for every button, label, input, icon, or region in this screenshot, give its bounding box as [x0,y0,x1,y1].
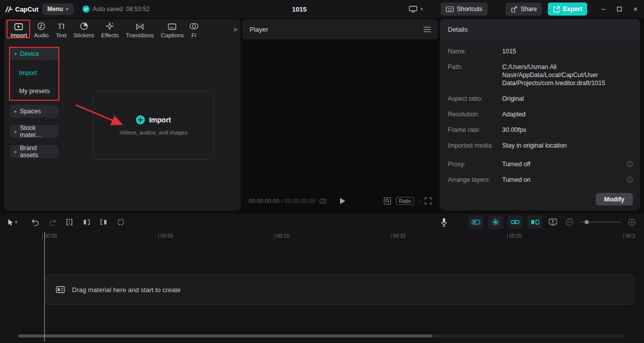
chevron-down-icon: ▾ [66,7,68,12]
import-icon [14,22,23,31]
sidebar-brand-label: Brand assets [20,145,54,159]
tab-captions-label: Captions [161,32,184,38]
ratio-button[interactable]: Ratio [396,197,415,205]
player-menu-icon[interactable] [424,27,431,32]
zoom-slider-handle[interactable] [585,220,589,224]
import-dropzone[interactable]: Import Videos, audios, and images [93,91,214,160]
info-icon[interactable] [626,161,633,167]
ruler-mark: 00:00 [44,233,57,239]
sidebar-item-import[interactable]: Import [19,67,64,79]
detail-row-name: Name: 1015 [448,47,632,55]
display-mode-button[interactable]: ▾ [409,0,423,18]
detail-label: Resolution: [448,110,502,118]
tab-import[interactable]: Import [7,22,31,38]
detail-label: Path: [448,63,502,87]
tab-filters[interactable]: Fi [187,22,200,38]
sidebar-item-device[interactable]: ▾ Device [10,47,58,60]
captions-icon [168,22,177,31]
tab-import-label: Import [11,32,27,38]
tab-filters-label: Fi [191,32,196,38]
timeline-toolbar: ▾ [0,214,644,231]
zoom-in-icon[interactable] [626,216,638,229]
autosave-status: Auto saved: 08:53:52 [83,0,149,18]
timeline-zoom-slider[interactable] [580,216,621,229]
ruler-mark: 00:05 [160,233,173,239]
tab-audio[interactable]: Audio [31,22,52,38]
minimize-button[interactable]: − [596,0,611,18]
detail-row-imported-media: Imported media: Stay in original locatio… [448,142,632,150]
sidebar-item-my-presets[interactable]: My presets [19,86,64,97]
audio-icon [37,22,46,31]
share-button[interactable]: Share [506,3,542,16]
export-button[interactable]: Export [548,3,587,16]
modify-button[interactable]: Modify [596,193,633,205]
media-placeholder-icon [56,286,65,294]
playhead[interactable] [44,232,45,341]
media-tabs: Import Audio TI Text Stickers [4,19,240,41]
shortcuts-button[interactable]: Shortcuts [441,3,488,16]
fullscreen-icon[interactable] [425,197,432,204]
redo-icon[interactable] [46,216,58,229]
tab-effects-label: Effects [101,32,119,38]
tab-effects[interactable]: Effects [98,22,122,38]
detail-value: Stay in original location [502,142,632,150]
detail-value: Turned off [502,160,632,168]
zoom-out-icon[interactable] [564,216,576,229]
tab-transitions-label: Transitions [126,32,154,38]
select-tool-button[interactable]: ▾ [6,216,18,229]
delete-icon[interactable] [115,216,127,229]
sidebar-device-label: Device [20,50,39,57]
detail-label: Arrange layers: [448,176,502,184]
timeline-drop-track[interactable]: Drag material here and start to create [44,275,634,305]
detail-value: 30.00fps [502,126,632,134]
export-icon [553,6,560,13]
tab-stickers[interactable]: Stickers [70,22,98,38]
sidebar-item-stock-materials[interactable]: ▸ Stock mater... [10,125,58,138]
split-icon[interactable] [63,216,75,229]
menu-button[interactable]: Menu ▾ [42,4,73,15]
timecode: 00:00:00:00 / 00:00:00:00 [249,198,315,204]
capcut-logo-icon [5,6,13,13]
media-sidebar: ▾ Device Import My presets ▸ Spaces ▸ St… [10,47,64,158]
tab-audio-label: Audio [34,32,49,38]
timeline-scrollbar-thumb[interactable] [18,334,433,337]
sidebar-item-brand-assets[interactable]: ▸ Brand assets [10,145,58,158]
titlebar: CapCut Menu ▾ Auto saved: 08:53:52 1015 … [0,0,644,18]
detail-row-frame-rate: Frame rate: 30.00fps [448,126,632,134]
fit-screen-icon[interactable] [383,197,391,205]
linkage-toggle[interactable] [508,216,523,229]
tab-transitions[interactable]: Transitions [122,22,157,38]
cover-button[interactable] [547,216,559,229]
chevron-down-icon: ▾ [15,52,17,56]
tab-captions[interactable]: Captions [157,22,187,38]
detail-value: Adapted [502,110,632,118]
delete-right-icon[interactable] [98,216,110,229]
keyboard-icon [446,6,454,13]
auto-snap-toggle[interactable] [488,216,503,229]
maximize-button[interactable] [612,0,627,18]
play-button[interactable] [340,197,346,204]
auto-ripple-toggle[interactable] [527,216,542,229]
chevron-right-icon: ▸ [15,109,17,114]
info-icon[interactable] [626,176,633,183]
undo-icon[interactable] [29,216,41,229]
sidebar-item-spaces[interactable]: ▸ Spaces [10,105,58,118]
close-button[interactable]: × [628,0,643,18]
ruler-minor-ticks [42,239,644,240]
main-track-magnet-toggle[interactable] [468,216,484,229]
sidebar-spaces-label: Spaces [20,108,41,115]
frame-view-icon[interactable] [319,198,327,204]
delete-left-icon[interactable] [80,216,93,229]
export-label: Export [563,6,582,13]
tab-text[interactable]: TI Text [52,22,70,38]
monitor-icon [409,5,418,13]
dropzone-hint: Videos, audios, and images [120,129,188,135]
detail-value: C:/Users/Usman Ali Nasir/AppData/Local/C… [502,63,632,87]
microphone-icon[interactable] [438,216,450,229]
detail-row-aspect-ratio: Aspect ratio: Original [448,95,632,103]
detail-row-proxy: Proxy: Turned off [448,160,632,168]
media-panel: Import Audio TI Text Stickers [4,19,240,211]
details-panel: Details Name: 1015 Path: C:/Users/Usman … [440,19,640,211]
tabs-expand-button[interactable]: » [233,25,236,33]
timeline-ruler[interactable]: 00:00 00:05 00:10 00:15 00:20 00:2 [0,231,644,243]
